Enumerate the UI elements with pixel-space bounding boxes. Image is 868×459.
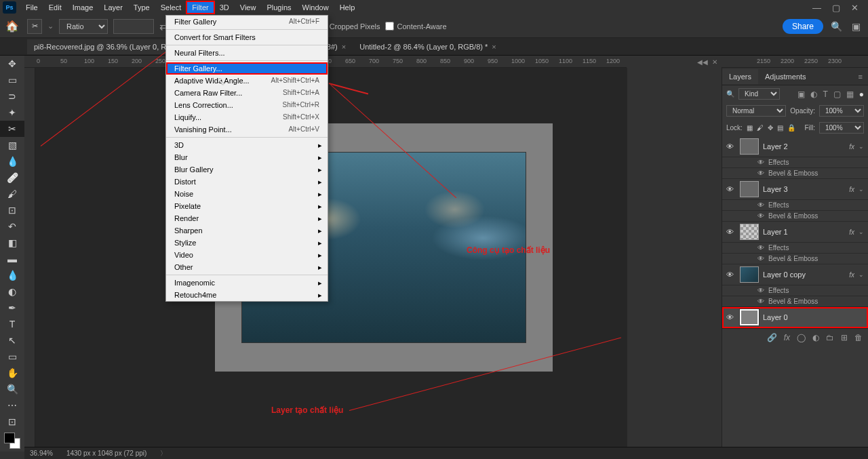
filter-item-adaptive-wide-angle-[interactable]: Adaptive Wide Angle...Alt+Shift+Ctrl+A [166,75,328,87]
filter-toggle-icon[interactable]: ● [859,89,864,99]
move-tool[interactable]: ✥ [0,56,24,72]
dodge-tool[interactable]: ◐ [0,283,24,300]
layer-effect-item[interactable]: 👁Bevel & Emboss [722,296,868,307]
menu-edit[interactable]: Edit [43,1,67,14]
panel-menu-icon[interactable]: ≡ [859,73,868,81]
wand-tool[interactable]: ✦ [0,104,24,121]
layer-effect-item[interactable]: 👁Bevel & Emboss [722,211,868,222]
frame-tool[interactable]: ▧ [0,137,24,153]
filter-smart-icon[interactable]: ▦ [846,89,854,99]
menu-help[interactable]: Help [334,1,361,14]
blur-tool[interactable]: 💧 [0,267,24,283]
filter-item-render[interactable]: Render [166,212,328,224]
filter-item-blur-gallery[interactable]: Blur Gallery [166,163,328,176]
filter-item-vanishing-point-[interactable]: Vanishing Point...Alt+Ctrl+V [166,123,328,136]
menu-3d[interactable]: 3D [214,1,235,14]
layer-row[interactable]: 👁Layer 3fx⌄ [722,179,868,200]
menu-file[interactable]: File [20,1,43,14]
menu-layer[interactable]: Layer [98,1,128,14]
filter-item-filter-gallery[interactable]: Filter GalleryAlt+Ctrl+F [166,16,328,28]
width-input[interactable] [113,19,154,34]
filter-item-lens-correction-[interactable]: Lens Correction...Shift+Ctrl+R [166,99,328,111]
color-swatches[interactable] [4,433,20,449]
filter-item-distort[interactable]: Distort [166,176,328,188]
menu-filter[interactable]: Filter [186,1,214,14]
maximize-icon[interactable]: ▢ [832,3,840,13]
eraser-tool[interactable]: ◧ [0,235,24,251]
visibility-icon[interactable]: 👁 [726,142,736,151]
close-icon[interactable]: ✕ [851,3,859,13]
healing-tool[interactable]: 🩹 [0,169,24,186]
filter-item-pixelate[interactable]: Pixelate [166,200,328,212]
brush-tool[interactable]: 🖌 [0,186,24,202]
layer-effect-item[interactable]: 👁Effects [722,200,868,211]
filter-type-icon[interactable]: T [823,89,827,99]
visibility-icon[interactable]: 👁 [726,313,736,321]
ratio-select[interactable]: Ratio [59,19,108,34]
fill-input[interactable]: 100% [819,122,864,134]
menu-view[interactable]: View [235,1,262,14]
filter-item-video[interactable]: Video [166,249,328,261]
layer-row[interactable]: 👁Layer 0 copyfx⌄ [722,264,868,285]
more-tools[interactable]: ⋯ [0,397,24,414]
canvas[interactable] [35,68,627,447]
eyedropper-tool[interactable]: 💧 [0,153,24,169]
collapsed-panels[interactable]: ◀◀✕ [627,56,722,68]
group-icon[interactable]: 🗀 [826,333,834,342]
filter-adj-icon[interactable]: ◐ [810,89,817,99]
lasso-tool[interactable]: ⊃ [0,88,24,104]
lock-paint-icon[interactable]: 🖌 [757,124,764,132]
filter-pixel-icon[interactable]: ▣ [797,89,805,99]
layers-tab[interactable]: Layers [722,69,758,84]
shape-tool[interactable]: ▭ [0,348,24,365]
workspace-icon[interactable]: ▣ [850,19,863,34]
lock-all-icon[interactable]: 🔒 [787,124,795,132]
crop-tool-preset-icon[interactable]: ✂ [27,19,42,34]
lock-pos-icon[interactable]: ✥ [768,124,773,132]
visibility-icon[interactable]: 👁 [726,185,736,193]
menu-image[interactable]: Image [67,1,99,14]
minimize-icon[interactable]: — [812,3,821,13]
fx-icon[interactable]: fx [784,333,790,342]
stamp-tool[interactable]: ⊡ [0,202,24,218]
filter-item-retouch4me[interactable]: Retouch4me [166,289,328,301]
filter-item-other[interactable]: Other [166,261,328,273]
menu-select[interactable]: Select [155,1,187,14]
visibility-icon[interactable]: 👁 [726,228,736,236]
visibility-icon[interactable]: 👁 [726,271,736,279]
layer-effect-item[interactable]: 👁Effects [722,157,868,168]
filter-item-neural-filters-[interactable]: Neural Filters... [166,47,328,59]
content-aware-checkbox[interactable]: Content-Aware [385,22,446,31]
new-layer-icon[interactable]: ⊞ [841,333,848,342]
filter-item-convert-for-smart-filters[interactable]: Convert for Smart Filters [166,31,328,43]
filter-item-camera-raw-filter-[interactable]: Camera Raw Filter...Shift+Ctrl+A [166,87,328,99]
marquee-tool[interactable]: ▭ [0,72,24,88]
mask-icon[interactable]: ◯ [797,333,806,342]
layer-effect-item[interactable]: 👁Bevel & Emboss [722,254,868,264]
layer-effect-item[interactable]: 👁Bevel & Emboss [722,168,868,179]
edit-toolbar[interactable]: ⊡ [0,414,24,430]
history-brush-tool[interactable]: ↶ [0,218,24,235]
menu-plugins[interactable]: Plugins [261,1,296,14]
filter-item-liquify-[interactable]: Liquify...Shift+Ctrl+X [166,111,328,123]
filter-shape-icon[interactable]: ▢ [833,89,841,99]
layer-effect-item[interactable]: 👁Effects [722,285,868,296]
opacity-input[interactable]: 100% [819,105,864,117]
lock-trans-icon[interactable]: ▦ [747,124,753,132]
filter-item-noise[interactable]: Noise [166,188,328,200]
layer-row[interactable]: 👁Layer 2fx⌄ [722,136,868,157]
search-icon[interactable]: 🔍 [829,19,844,34]
document-tab[interactable]: Untitled-2 @ 86.4% (Layer 0, RGB/8) *× [353,39,503,54]
layer-filter-select[interactable]: Kind [738,88,780,100]
menu-type[interactable]: Type [128,1,155,14]
path-tool[interactable]: ↖ [0,332,24,348]
document-tab[interactable]: pi8-Recovered.jpg @ 36.9% (Layer 0, RG [27,39,179,54]
layer-effect-item[interactable]: 👁Effects [722,243,868,254]
crop-tool[interactable]: ✂ [0,121,24,137]
pen-tool[interactable]: ✒ [0,300,24,316]
menu-window[interactable]: Window [297,1,334,14]
adjustment-icon[interactable]: ◐ [812,333,819,342]
layer-row[interactable]: 👁Layer 1fx⌄ [722,222,868,243]
filter-item-3d[interactable]: 3D [166,139,328,151]
adjustments-tab[interactable]: Adjustments [758,69,813,84]
